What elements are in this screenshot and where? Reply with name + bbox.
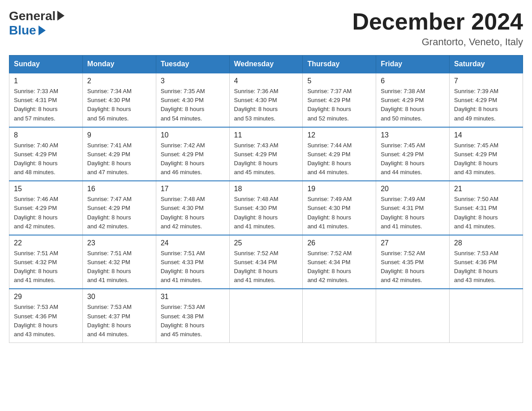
day-number: 28 — [454, 239, 518, 247]
col-wednesday: Wednesday — [229, 56, 303, 73]
table-row: 25Sunrise: 7:52 AMSunset: 4:34 PMDayligh… — [229, 235, 303, 289]
table-row: 24Sunrise: 7:51 AMSunset: 4:33 PMDayligh… — [156, 235, 229, 289]
day-info: Sunrise: 7:46 AMSunset: 4:29 PMDaylight:… — [14, 195, 78, 231]
table-row: 31Sunrise: 7:53 AMSunset: 4:38 PMDayligh… — [156, 289, 229, 342]
page-header: General Blue December 2024 Grantorto, Ve… — [9, 9, 523, 48]
month-title: December 2024 — [352, 9, 523, 34]
table-row: 17Sunrise: 7:48 AMSunset: 4:30 PMDayligh… — [156, 181, 229, 235]
table-row: 12Sunrise: 7:44 AMSunset: 4:29 PMDayligh… — [303, 127, 376, 181]
day-info: Sunrise: 7:39 AMSunset: 4:29 PMDaylight:… — [454, 87, 518, 123]
day-number: 22 — [14, 239, 78, 247]
table-row: 3Sunrise: 7:35 AMSunset: 4:30 PMDaylight… — [156, 73, 229, 127]
table-row: 20Sunrise: 7:49 AMSunset: 4:31 PMDayligh… — [376, 181, 450, 235]
day-number: 31 — [161, 293, 225, 301]
title-area: December 2024 Grantorto, Veneto, Italy — [352, 9, 523, 48]
calendar-week-row: 29Sunrise: 7:53 AMSunset: 4:36 PMDayligh… — [9, 289, 523, 342]
day-number: 10 — [161, 131, 225, 139]
day-number: 25 — [234, 239, 298, 247]
day-number: 20 — [381, 185, 445, 193]
day-info: Sunrise: 7:42 AMSunset: 4:29 PMDaylight:… — [161, 141, 225, 177]
calendar-table: Sunday Monday Tuesday Wednesday Thursday… — [9, 55, 523, 343]
day-info: Sunrise: 7:47 AMSunset: 4:29 PMDaylight:… — [87, 195, 151, 231]
table-row: 2Sunrise: 7:34 AMSunset: 4:30 PMDaylight… — [82, 73, 156, 127]
calendar-week-row: 8Sunrise: 7:40 AMSunset: 4:29 PMDaylight… — [9, 127, 523, 181]
day-number: 14 — [454, 131, 518, 139]
table-row: 14Sunrise: 7:45 AMSunset: 4:29 PMDayligh… — [450, 127, 523, 181]
day-number: 24 — [161, 239, 225, 247]
table-row: 1Sunrise: 7:33 AMSunset: 4:31 PMDaylight… — [9, 73, 83, 127]
day-info: Sunrise: 7:45 AMSunset: 4:29 PMDaylight:… — [381, 141, 445, 177]
logo-blue-arrow-icon — [39, 26, 46, 35]
logo-arrow-icon — [57, 11, 64, 21]
day-number: 27 — [381, 239, 445, 247]
day-number: 21 — [454, 185, 518, 193]
table-row: 23Sunrise: 7:51 AMSunset: 4:32 PMDayligh… — [82, 235, 156, 289]
day-info: Sunrise: 7:43 AMSunset: 4:29 PMDaylight:… — [234, 141, 298, 177]
table-row: 13Sunrise: 7:45 AMSunset: 4:29 PMDayligh… — [376, 127, 450, 181]
day-number: 26 — [307, 239, 371, 247]
day-info: Sunrise: 7:50 AMSunset: 4:31 PMDaylight:… — [454, 195, 518, 231]
day-info: Sunrise: 7:37 AMSunset: 4:29 PMDaylight:… — [307, 87, 371, 123]
logo-blue-text: Blue — [9, 23, 46, 38]
table-row: 9Sunrise: 7:41 AMSunset: 4:29 PMDaylight… — [82, 127, 156, 181]
day-info: Sunrise: 7:33 AMSunset: 4:31 PMDaylight:… — [14, 87, 78, 123]
col-monday: Monday — [82, 56, 156, 73]
calendar-week-row: 15Sunrise: 7:46 AMSunset: 4:29 PMDayligh… — [9, 181, 523, 235]
table-row: 22Sunrise: 7:51 AMSunset: 4:32 PMDayligh… — [9, 235, 83, 289]
day-info: Sunrise: 7:52 AMSunset: 4:34 PMDaylight:… — [307, 249, 371, 285]
day-info: Sunrise: 7:52 AMSunset: 4:35 PMDaylight:… — [381, 249, 445, 285]
table-row — [229, 289, 303, 342]
day-info: Sunrise: 7:40 AMSunset: 4:29 PMDaylight:… — [14, 141, 78, 177]
day-number: 29 — [14, 293, 78, 301]
table-row: 18Sunrise: 7:48 AMSunset: 4:30 PMDayligh… — [229, 181, 303, 235]
table-row: 30Sunrise: 7:53 AMSunset: 4:37 PMDayligh… — [82, 289, 156, 342]
day-number: 12 — [307, 131, 371, 139]
day-info: Sunrise: 7:51 AMSunset: 4:32 PMDaylight:… — [87, 249, 151, 285]
day-info: Sunrise: 7:41 AMSunset: 4:29 PMDaylight:… — [87, 141, 151, 177]
day-info: Sunrise: 7:35 AMSunset: 4:30 PMDaylight:… — [161, 87, 225, 123]
day-number: 11 — [234, 131, 298, 139]
day-number: 18 — [234, 185, 298, 193]
day-number: 1 — [14, 77, 78, 85]
table-row — [450, 289, 523, 342]
day-number: 16 — [87, 185, 151, 193]
day-number: 4 — [234, 77, 298, 85]
location-title: Grantorto, Veneto, Italy — [352, 36, 523, 48]
day-number: 6 — [381, 77, 445, 85]
day-info: Sunrise: 7:53 AMSunset: 4:36 PMDaylight:… — [14, 303, 78, 339]
day-number: 23 — [87, 239, 151, 247]
day-info: Sunrise: 7:36 AMSunset: 4:30 PMDaylight:… — [234, 87, 298, 123]
table-row: 4Sunrise: 7:36 AMSunset: 4:30 PMDaylight… — [229, 73, 303, 127]
col-saturday: Saturday — [450, 56, 523, 73]
day-number: 3 — [161, 77, 225, 85]
day-info: Sunrise: 7:49 AMSunset: 4:31 PMDaylight:… — [381, 195, 445, 231]
table-row: 29Sunrise: 7:53 AMSunset: 4:36 PMDayligh… — [9, 289, 83, 342]
day-number: 17 — [161, 185, 225, 193]
table-row: 11Sunrise: 7:43 AMSunset: 4:29 PMDayligh… — [229, 127, 303, 181]
day-info: Sunrise: 7:34 AMSunset: 4:30 PMDaylight:… — [87, 87, 151, 123]
day-number: 9 — [87, 131, 151, 139]
day-number: 13 — [381, 131, 445, 139]
col-sunday: Sunday — [9, 56, 83, 73]
table-row: 15Sunrise: 7:46 AMSunset: 4:29 PMDayligh… — [9, 181, 83, 235]
header-row: Sunday Monday Tuesday Wednesday Thursday… — [9, 56, 523, 73]
day-info: Sunrise: 7:48 AMSunset: 4:30 PMDaylight:… — [234, 195, 298, 231]
col-friday: Friday — [376, 56, 450, 73]
day-info: Sunrise: 7:48 AMSunset: 4:30 PMDaylight:… — [161, 195, 225, 231]
day-number: 15 — [14, 185, 78, 193]
table-row — [376, 289, 450, 342]
day-number: 30 — [87, 293, 151, 301]
col-tuesday: Tuesday — [156, 56, 229, 73]
day-number: 8 — [14, 131, 78, 139]
table-row: 28Sunrise: 7:53 AMSunset: 4:36 PMDayligh… — [450, 235, 523, 289]
table-row: 16Sunrise: 7:47 AMSunset: 4:29 PMDayligh… — [82, 181, 156, 235]
table-row: 26Sunrise: 7:52 AMSunset: 4:34 PMDayligh… — [303, 235, 376, 289]
day-number: 2 — [87, 77, 151, 85]
logo: General Blue — [9, 9, 64, 38]
day-info: Sunrise: 7:53 AMSunset: 4:37 PMDaylight:… — [87, 303, 151, 339]
day-info: Sunrise: 7:49 AMSunset: 4:30 PMDaylight:… — [307, 195, 371, 231]
table-row: 7Sunrise: 7:39 AMSunset: 4:29 PMDaylight… — [450, 73, 523, 127]
table-row: 8Sunrise: 7:40 AMSunset: 4:29 PMDaylight… — [9, 127, 83, 181]
day-info: Sunrise: 7:52 AMSunset: 4:34 PMDaylight:… — [234, 249, 298, 285]
day-info: Sunrise: 7:44 AMSunset: 4:29 PMDaylight:… — [307, 141, 371, 177]
